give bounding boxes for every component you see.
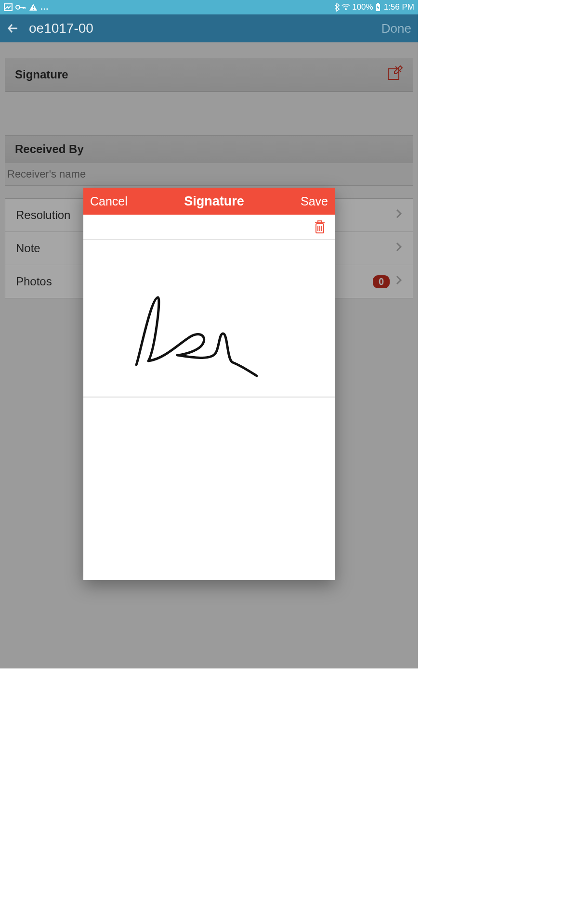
save-button[interactable]: Save <box>301 194 328 208</box>
wifi-icon <box>342 4 350 11</box>
svg-point-8 <box>345 8 347 10</box>
done-button[interactable]: Done <box>381 21 411 36</box>
modal-toolbar <box>83 215 335 240</box>
modal-title: Signature <box>128 194 301 209</box>
statusbar-left: ... <box>4 2 49 12</box>
signature-canvas[interactable] <box>83 240 335 398</box>
picture-icon <box>4 3 13 11</box>
svg-rect-10 <box>377 3 379 4</box>
modal-lower-space <box>83 398 335 580</box>
app-header: oe1017-00 Done <box>0 14 418 42</box>
cancel-button[interactable]: Cancel <box>90 194 128 208</box>
bluetooth-icon <box>334 3 340 12</box>
svg-rect-7 <box>33 9 34 10</box>
page-title: oe1017-00 <box>29 21 93 36</box>
android-statusbar: ... 100% 1:56 PM <box>0 0 418 14</box>
more-icon: ... <box>40 2 49 12</box>
battery-text: 100% <box>352 2 373 12</box>
clock-text: 1:56 PM <box>384 2 414 12</box>
svg-rect-6 <box>33 6 34 8</box>
key-icon <box>15 4 26 11</box>
trash-button[interactable] <box>314 220 326 234</box>
page-body: Signature Received By Resolution Note <box>0 42 418 668</box>
battery-icon <box>375 3 381 12</box>
svg-rect-18 <box>318 221 322 223</box>
modal-header: Cancel Signature Save <box>83 188 335 215</box>
svg-point-1 <box>16 5 20 9</box>
back-button[interactable] <box>7 22 20 35</box>
warning-icon <box>29 3 38 11</box>
statusbar-right: 100% 1:56 PM <box>334 2 414 12</box>
signature-modal: Cancel Signature Save <box>83 188 335 580</box>
